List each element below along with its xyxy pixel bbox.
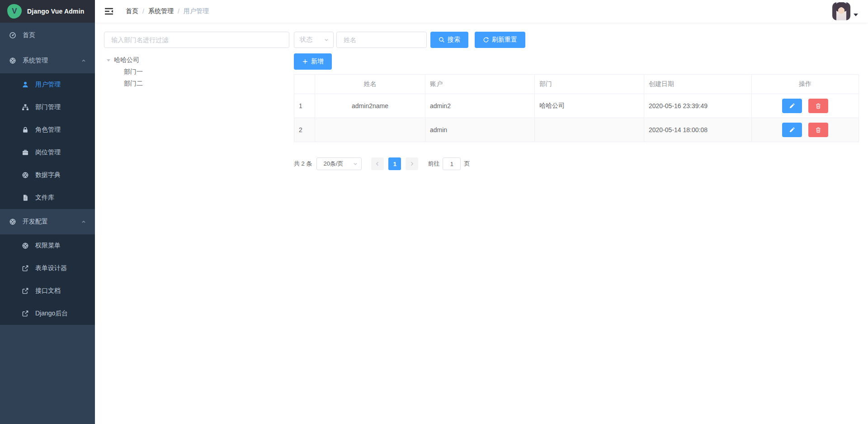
table-row: 1 admin2name admin2 哈哈公司 2020-05-16 23:3…: [294, 94, 859, 118]
cell-account: admin: [425, 118, 535, 142]
edit-button[interactable]: [782, 99, 802, 113]
prev-page-button[interactable]: [371, 157, 384, 170]
sidebar-item-label: 接口文档: [35, 287, 61, 295]
sidebar-item-label: 表单设计器: [35, 264, 67, 272]
sidebar-item-departments[interactable]: 部门管理: [0, 96, 95, 119]
cell-created: 2020-05-14 18:00:08: [644, 118, 752, 142]
sidebar-item-api-docs[interactable]: 接口文档: [0, 280, 95, 302]
edit-pen-icon: [789, 127, 795, 133]
cell-index: 2: [294, 118, 315, 142]
cell-name: [315, 118, 425, 142]
users-panel: 状态 搜索: [294, 32, 859, 170]
sidebar-toggle-icon[interactable]: [104, 6, 114, 16]
page-size-value: 20条/页: [323, 160, 343, 168]
sidebar-item-users[interactable]: 用户管理: [0, 73, 95, 96]
edit-button[interactable]: [782, 123, 802, 137]
search-icon: [439, 37, 445, 43]
tree-node-root[interactable]: 哈哈公司: [104, 54, 289, 66]
submenu-system: 用户管理 部门管理: [0, 73, 95, 209]
submenu-devconfig: 权限菜单 表单设计器 接口文档: [0, 234, 95, 325]
users-table: 姓名 账户 部门 创建日期 操作 1 admin2name admin2 哈哈公: [294, 74, 859, 142]
cell-dept: [535, 118, 644, 142]
tree-expand-icon[interactable]: [107, 59, 110, 62]
chevron-up-icon: [80, 57, 87, 64]
pagination: 共 2 条 20条/页 1 前往: [294, 157, 859, 170]
cell-name: admin2name: [315, 94, 425, 118]
sidebar-item-permission-menu[interactable]: 权限菜单: [0, 234, 95, 257]
user-icon: [22, 81, 29, 88]
column-header-dept: 部门: [535, 75, 644, 94]
page-size-select[interactable]: 20条/页: [316, 157, 362, 170]
name-search-input[interactable]: [336, 32, 427, 48]
status-select[interactable]: 状态: [294, 32, 334, 48]
tree-node-child[interactable]: 部门一: [104, 66, 289, 78]
cell-dept: 哈哈公司: [535, 94, 644, 118]
file-icon: [22, 194, 29, 201]
sidebar-item-dictionary[interactable]: 数据字典: [0, 164, 95, 186]
sidebar-section-devconfig[interactable]: 开发配置: [0, 209, 95, 234]
add-button-label: 新增: [311, 57, 324, 66]
tree-node-child[interactable]: 部门二: [104, 78, 289, 90]
external-link-icon: [22, 287, 29, 295]
content-area: 哈哈公司 部门一 部门二 状态: [95, 23, 868, 424]
app-title: Django Vue Admin: [27, 8, 85, 15]
top-header: 首页 / 系统管理 / 用户管理: [95, 0, 868, 23]
sidebar-item-label: 数据字典: [35, 171, 61, 179]
add-user-button[interactable]: 新增: [294, 53, 332, 70]
column-header-created: 创建日期: [644, 75, 752, 94]
chevron-up-icon: [80, 219, 87, 225]
breadcrumb-home[interactable]: 首页: [126, 7, 138, 15]
status-select-placeholder: 状态: [300, 36, 312, 44]
delete-button[interactable]: [808, 99, 828, 113]
sidebar-item-label: 首页: [23, 31, 35, 39]
goto-label: 前往: [428, 160, 439, 168]
sidebar-item-label: 岗位管理: [35, 148, 61, 157]
lock-icon: [22, 126, 29, 133]
cell-created: 2020-05-16 23:39:49: [644, 94, 752, 118]
sidebar-item-label: 用户管理: [35, 81, 61, 89]
external-link-icon: [22, 265, 29, 272]
sidebar-item-form-designer[interactable]: 表单设计器: [0, 257, 95, 280]
goto-unit: 页: [464, 160, 470, 168]
next-page-button[interactable]: [406, 157, 418, 170]
sidebar-section-system[interactable]: 系统管理: [0, 48, 95, 73]
pagination-total: 共 2 条: [294, 160, 312, 168]
sidebar-item-roles[interactable]: 角色管理: [0, 119, 95, 141]
chevron-right-icon: [409, 161, 415, 167]
refresh-icon: [483, 37, 489, 43]
sidebar: V Django Vue Admin 首页 系统管理: [0, 0, 95, 424]
breadcrumb-separator: /: [142, 8, 144, 15]
page-number-1[interactable]: 1: [388, 157, 401, 170]
goto-page: 前往 页: [428, 157, 470, 170]
config-icon: [9, 218, 16, 225]
column-header-name: 姓名: [315, 75, 425, 94]
sidebar-item-django-admin[interactable]: Django后台: [0, 302, 95, 325]
table-row: 2 admin 2020-05-14 18:00:08: [294, 118, 859, 142]
delete-button[interactable]: [808, 123, 828, 137]
trash-icon: [815, 127, 821, 133]
sidebar-item-posts[interactable]: 岗位管理: [0, 141, 95, 164]
user-dropdown[interactable]: [832, 2, 860, 20]
refresh-reset-button[interactable]: 刷新重置: [475, 32, 525, 48]
component-icon: [9, 57, 16, 64]
search-button[interactable]: 搜索: [430, 32, 468, 48]
column-header-account: 账户: [425, 75, 535, 94]
search-button-label: 搜索: [448, 36, 460, 44]
breadcrumb-system[interactable]: 系统管理: [148, 7, 174, 15]
goto-page-input[interactable]: [443, 157, 461, 170]
app-logo[interactable]: V Django Vue Admin: [0, 0, 95, 23]
table-header-row: 姓名 账户 部门 创建日期 操作: [294, 75, 859, 94]
sidebar-item-files[interactable]: 文件库: [0, 186, 95, 209]
caret-down-icon: [854, 14, 858, 16]
tree-icon: [22, 104, 29, 111]
tree-node-label: 部门一: [124, 68, 143, 76]
sidebar-item-label: 权限菜单: [35, 242, 61, 250]
chevron-left-icon: [375, 161, 380, 167]
external-link-icon: [22, 310, 29, 317]
sidebar-item-home[interactable]: 首页: [0, 23, 95, 48]
department-filter-input[interactable]: [104, 32, 289, 48]
app-root: V Django Vue Admin 首页 系统管理: [0, 0, 868, 424]
vue-logo-icon: V: [7, 4, 22, 19]
tree-node-label: 哈哈公司: [114, 56, 139, 64]
filter-toolbar: 状态 搜索: [294, 32, 859, 48]
